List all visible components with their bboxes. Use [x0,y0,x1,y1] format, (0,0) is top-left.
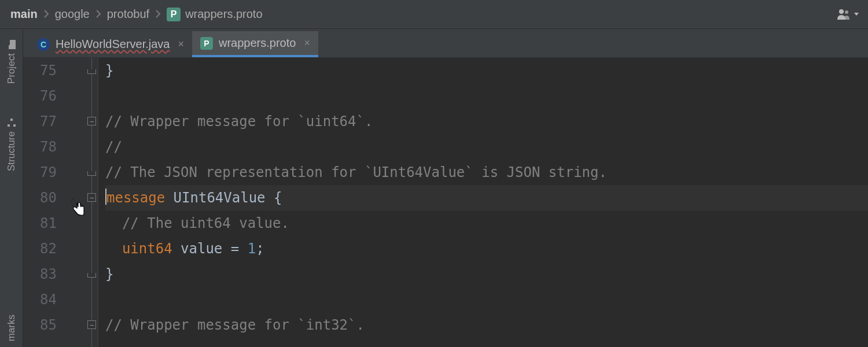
code-token: // The uint64 value. [105,215,289,231]
svg-point-1 [845,10,848,14]
left-tool-strip: Project Structure marks [0,29,23,347]
code-line[interactable]: // Wrapper message for `uint64`. [105,109,868,134]
chevron-down-icon [854,13,859,16]
fold-end-icon[interactable] [87,69,96,74]
gutter-icon-column [64,58,86,347]
breadcrumb-item[interactable]: google [55,8,90,21]
tool-label: marks [6,315,17,341]
code-token: value [181,241,231,257]
line-number: 79 [23,160,57,185]
code-line[interactable]: // The uint64 value. [105,211,868,236]
close-icon[interactable]: × [304,37,310,49]
svg-marker-10 [71,198,75,206]
structure-icon [8,117,16,128]
project-tool-button[interactable]: Project [6,40,17,84]
account-icon[interactable] [837,8,859,21]
fold-gutter: −−− [86,58,98,347]
line-number: 81 [23,211,57,236]
code-line[interactable] [105,287,868,312]
fold-collapse-icon[interactable]: − [87,320,96,329]
breadcrumb-label: protobuf [107,8,149,21]
navigate-marker-icon[interactable] [67,191,79,202]
chevron-right-icon [43,8,49,21]
line-number: 82 [23,236,57,261]
breadcrumb-label: google [55,8,90,21]
editor-tab[interactable]: C HelloWorldServer.java × [29,31,192,57]
svg-point-0 [839,9,844,14]
folder-icon [8,39,16,50]
code-line[interactable]: } [105,261,868,287]
code-line[interactable]: // [105,134,868,160]
line-number: 84 [23,287,57,312]
fold-collapse-icon[interactable]: − [87,193,96,202]
code-token: = [231,241,248,257]
code-token: // [105,139,122,155]
code-token: // Wrapper message for `int32`. [105,317,365,333]
fold-collapse-icon[interactable]: − [87,117,96,125]
structure-tool-button[interactable]: Structure [6,119,17,171]
code-token: } [105,62,113,79]
breadcrumb-item[interactable]: P wrappers.proto [167,8,262,21]
close-icon[interactable]: × [178,38,185,50]
code-text[interactable]: }// Wrapper message for `uint64`.//// Th… [98,58,868,347]
line-number: 78 [23,134,57,160]
svg-rect-3 [13,124,16,127]
code-token: ; [256,241,264,257]
code-token [105,241,122,257]
code-token: { [274,190,282,206]
code-token: uint64 [122,241,181,257]
code-token: } [105,266,113,282]
tab-label: HelloWorldServer.java [56,38,170,51]
tool-label: Structure [6,131,17,171]
line-number: 76 [23,83,57,109]
code-line[interactable]: uint64 value = 1; [105,236,868,261]
code-editor[interactable]: 7576777879808182838485 −−− }// Wrapper m… [23,58,868,347]
fold-end-icon[interactable] [87,273,96,278]
code-line[interactable]: message UInt64Value { [105,185,868,211]
proto-file-icon: P [167,8,181,21]
code-token: // Wrapper message for `uint64`. [105,113,373,130]
breadcrumb-item[interactable]: main [10,8,38,21]
code-token: 1 [248,241,256,257]
svg-rect-2 [8,124,10,127]
breadcrumb: main google protobuf P wrappers.proto [0,0,868,29]
chevron-right-icon [95,8,101,21]
editor-tabbar: C HelloWorldServer.java × P wrappers.pro… [23,29,868,58]
line-number: 75 [23,58,57,83]
line-number: 80 [23,185,57,211]
chevron-right-icon [155,8,161,21]
tool-label: Project [6,53,17,84]
breadcrumb-item[interactable]: protobuf [107,8,149,21]
svg-rect-4 [10,119,13,121]
proto-file-icon: P [200,37,213,50]
code-line[interactable] [105,83,868,109]
code-token: UInt64Value [174,190,274,206]
line-number: 77 [23,109,57,134]
tab-label: wrappers.proto [219,36,296,50]
code-line[interactable]: // Wrapper message for `int32`. [105,312,868,338]
bookmarks-tool-button[interactable]: marks [6,315,17,341]
code-line[interactable]: // The JSON representation for `UInt64Va… [105,160,868,185]
code-token: message [106,190,174,206]
fold-end-icon[interactable] [87,171,96,176]
code-line[interactable]: } [105,58,868,83]
line-number: 83 [23,261,57,287]
java-class-icon: C [37,38,50,51]
code-token: // The JSON representation for `UInt64Va… [105,164,607,180]
line-number: 85 [23,312,57,338]
breadcrumb-label: wrappers.proto [185,8,262,21]
editor-tab[interactable]: P wrappers.proto × [192,31,318,57]
breadcrumb-label: main [10,8,38,21]
line-number-gutter: 7576777879808182838485 [23,58,64,347]
